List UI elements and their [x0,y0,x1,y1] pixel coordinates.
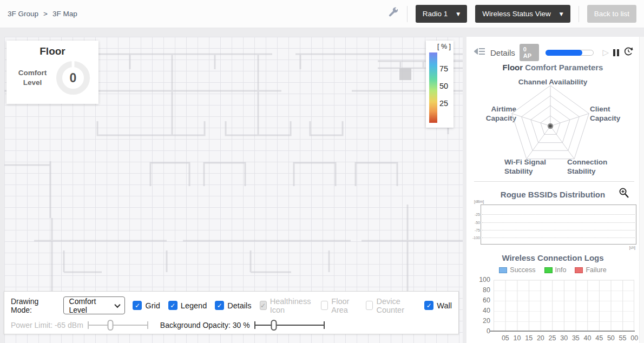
breadcrumb: 3F Group > 3F Map [8,10,77,18]
collapse-details-icon[interactable] [474,47,486,58]
logs-section-title: Wireless Connection Logs [466,253,639,262]
checkbox-box[interactable] [168,301,178,310]
legend-swatch [575,267,583,273]
ch-axis-unit-label: [ch] [629,246,635,249]
floor-card-title: Floor [6,45,98,57]
breadcrumb-separator: > [43,10,48,18]
checkbox-box[interactable] [133,301,142,310]
checkbox-label: Healthiness Icon [270,297,313,314]
logs-y-tick-label: 20 [469,317,490,325]
rogue-gridline: -75 [482,230,635,230]
logs-x-tick-label: 35 [570,334,582,342]
details-label: Details [490,48,515,57]
legend-tick: 50 [439,82,448,90]
logs-legend: Success Info Failure [466,266,639,274]
rogue-y-tick-label: -75 [468,228,480,232]
checkbox-box[interactable] [321,301,328,310]
rogue-bssids-chart: -25 -50 -75 -100 [481,205,636,245]
background-opacity-slider[interactable] [254,319,325,331]
radio-select-button[interactable]: Radio 1 ▼ [416,5,467,23]
logs-x-tick-label: 30 [558,334,570,342]
logs-y-tick-label: 100 [469,276,490,283]
drawing-mode-value: Comfort Level [69,297,115,314]
checkbox-box[interactable] [424,301,433,310]
option-checkbox[interactable]: Healthiness Icon [260,297,313,314]
view-select-button[interactable]: Wireless Status View ▼ [475,5,570,23]
checkbox-label: Device Counter [376,297,416,314]
back-to-list-button[interactable]: Back to list [587,5,636,23]
radar-chart [499,83,602,161]
checkbox-label: Wall [437,301,452,310]
logs-x-tick-label: 55 [617,334,629,342]
divider [579,6,579,22]
comfort-level-gauge: 0 [56,61,90,95]
rogue-section-title: Rogue BSSIDs Distribution [466,190,639,199]
details-panel: Details 0 AP ▷ Floor Comfort Parameters … [466,37,644,343]
breadcrumb-group-link[interactable]: 3F Group [8,10,38,18]
view-select-label: Wireless Status View [482,10,551,18]
option-checkbox[interactable]: Floor Area [321,297,358,314]
legend-item-label: Info [555,266,567,274]
checkbox-box[interactable] [260,301,267,310]
radar-data-point [548,124,553,128]
wrench-icon[interactable] [387,7,399,21]
power-limit-slider [88,319,148,331]
logs-y-tick-label: 80 [469,286,490,294]
checkbox-label: Floor Area [331,297,358,314]
logs-x-tick-label: 50 [605,334,617,342]
play-button[interactable]: ▷ [602,48,609,57]
rogue-gridline: -100 [482,238,635,238]
logs-x-tick-label: 05 [500,334,511,342]
ap-count-badge: 0 AP [520,44,539,61]
option-checkbox[interactable]: Details [215,301,251,310]
legend-tick: 25 [439,99,448,108]
legend-swatch [544,267,553,273]
legend-item: Info [544,266,567,274]
drawing-controls-bar: Drawing Mode: Comfort Level Grid Legend … [4,291,459,334]
logs-x-tick-label: 25 [547,334,558,342]
logs-y-tick-label: 40 [469,307,490,314]
logs-x-tick-label: 10 [511,334,523,342]
legend-unit-label: [ % ] [437,43,451,50]
pause-button[interactable] [613,49,619,56]
legend-swatch [499,267,507,273]
occupied-grid-cell [399,68,411,80]
comfort-level-label: Comfort Level [15,68,50,87]
logs-y-tick-label: 0 [469,327,490,335]
section-divider [474,181,634,182]
timeline-progress-bar[interactable] [546,50,594,56]
logs-x-tick-label: 40 [582,334,594,342]
option-checkbox[interactable]: Legend [168,301,207,310]
checkbox-box[interactable] [215,301,224,310]
rogue-y-tick-label: -25 [468,213,480,216]
option-checkbox[interactable]: Wall [424,301,452,310]
rogue-gridline: -50 [482,222,635,223]
checkbox-label: Legend [181,301,207,310]
drawing-mode-select[interactable]: Comfort Level [63,296,126,314]
checkbox-box[interactable] [366,301,373,310]
map-option-checkboxes: Grid Legend Details Healthiness Icon [133,297,452,314]
option-checkbox[interactable]: Grid [133,301,160,310]
timeline-progress-fill [546,50,582,56]
dropdown-arrow-icon: ▼ [560,11,563,17]
logs-y-axis: 100806040200 [469,276,490,335]
legend-tick: 75 [439,64,448,73]
legend-item-label: Failure [586,266,606,274]
legend-item: Failure [575,266,606,274]
drawing-mode-label: Drawing Mode: [11,297,56,314]
radio-select-label: Radio 1 [423,10,448,18]
dropdown-arrow-icon: ▼ [456,11,460,17]
refresh-icon[interactable] [623,47,633,58]
radar-title-rest: Comfort Parameters [525,63,603,72]
background-opacity-slider-thumb[interactable] [271,320,277,331]
option-checkbox[interactable]: Device Counter [366,297,416,314]
power-limit-slider-thumb [108,320,114,331]
rogue-y-tick-label: -100 [468,236,480,240]
logs-x-axis: 051015202530354045505500 [500,334,640,342]
logs-x-axis-line [490,331,635,332]
logs-x-tick-label: 00 [628,334,640,342]
panel-scrollbar[interactable] [639,37,644,343]
breadcrumb-current: 3F Map [52,10,77,18]
zoom-in-icon[interactable] [619,187,629,201]
rogue-gridline: -25 [482,214,635,215]
